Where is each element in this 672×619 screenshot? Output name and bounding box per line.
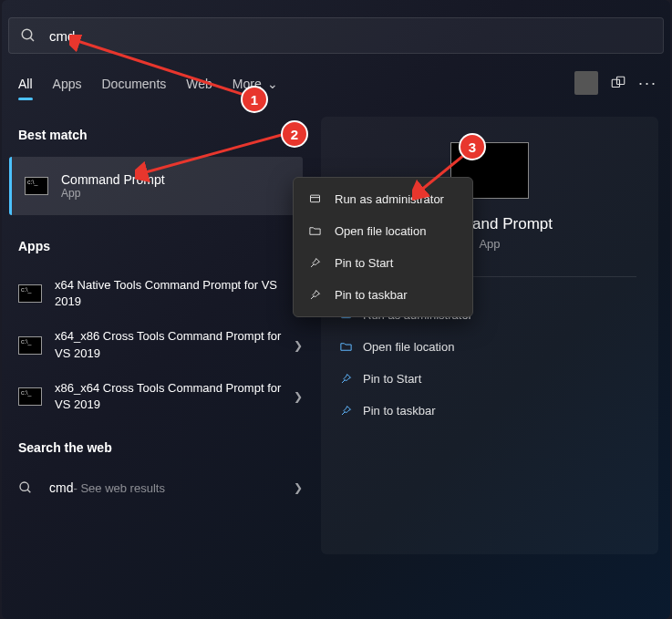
- best-match-subtitle: App: [61, 187, 165, 200]
- ctx-label: Open file location: [335, 224, 426, 238]
- web-result[interactable]: cmd - See web results ❯: [18, 469, 303, 506]
- app-result-1[interactable]: x64_x86 Cross Tools Command Prompt for V…: [18, 319, 303, 370]
- ctx-label: Run as administrator: [335, 192, 444, 206]
- chevron-right-icon: ❯: [294, 390, 303, 403]
- cmd-icon: [18, 336, 42, 355]
- action-label: Pin to Start: [363, 372, 421, 386]
- section-search-web: Search the web: [18, 440, 303, 455]
- annotation-badge-3: 3: [459, 133, 486, 160]
- annotation-badge-1: 1: [241, 86, 268, 113]
- action-label: Open file location: [363, 340, 454, 354]
- ctx-pin-start[interactable]: Pin to Start: [294, 247, 472, 279]
- web-result-query: cmd: [49, 480, 73, 495]
- tab-documents[interactable]: Documents: [101, 77, 166, 98]
- best-match-item[interactable]: Command Prompt App: [9, 157, 303, 215]
- cmd-icon: [25, 177, 48, 195]
- screen-snip-icon[interactable]: [609, 74, 627, 92]
- search-icon: [20, 27, 36, 44]
- cmd-icon: [18, 387, 42, 406]
- chevron-right-icon: ❯: [294, 339, 303, 352]
- svg-rect-2: [612, 79, 619, 87]
- chevron-right-icon: ❯: [294, 481, 303, 494]
- top-right-controls: ···: [574, 71, 657, 95]
- app-result-label: x86_x64 Cross Tools Command Prompt for V…: [55, 380, 294, 413]
- search-icon: [18, 480, 33, 495]
- shield-icon: [308, 192, 322, 206]
- folder-icon: [308, 224, 322, 238]
- pin-icon: [346, 404, 363, 418]
- user-avatar[interactable]: [574, 71, 598, 95]
- ctx-pin-taskbar[interactable]: Pin to taskbar: [294, 279, 472, 311]
- search-bar[interactable]: [8, 17, 664, 54]
- pin-icon: [346, 372, 363, 386]
- tab-web[interactable]: Web: [186, 77, 212, 98]
- chevron-down-icon: ⌄: [267, 77, 278, 91]
- cmd-icon: [18, 284, 42, 303]
- action-open-location[interactable]: Open file location: [346, 331, 633, 363]
- pin-icon: [308, 256, 322, 270]
- best-match-title: Command Prompt: [61, 172, 165, 187]
- tab-apps[interactable]: Apps: [53, 77, 82, 98]
- svg-line-1: [30, 37, 34, 41]
- tab-all[interactable]: All: [18, 77, 33, 98]
- filter-tabs: All Apps Documents Web More⌄: [18, 77, 654, 98]
- search-input[interactable]: [49, 28, 652, 44]
- section-best-match: Best match: [18, 128, 303, 142]
- ctx-open-location[interactable]: Open file location: [294, 215, 472, 247]
- ctx-run-admin[interactable]: Run as administrator: [294, 183, 472, 215]
- context-menu: Run as administrator Open file location …: [293, 177, 473, 317]
- svg-rect-8: [311, 195, 320, 202]
- svg-rect-3: [616, 77, 624, 84]
- svg-line-5: [27, 490, 30, 492]
- action-pin-start[interactable]: Pin to Start: [346, 363, 633, 395]
- action-label: Pin to taskbar: [363, 404, 436, 418]
- pin-icon: [308, 288, 322, 302]
- folder-icon: [346, 340, 363, 354]
- svg-point-4: [20, 482, 28, 490]
- start-menu-search: All Apps Documents Web More⌄ ··· Best ma…: [2, 0, 670, 619]
- ctx-label: Pin to Start: [335, 256, 393, 270]
- results-column: Best match Command Prompt App Apps x64 N…: [18, 128, 303, 506]
- app-result-label: x64 Native Tools Command Prompt for VS 2…: [55, 277, 294, 310]
- section-apps: Apps: [18, 239, 303, 253]
- app-result-0[interactable]: x64 Native Tools Command Prompt for VS 2…: [18, 268, 303, 319]
- app-result-2[interactable]: x86_x64 Cross Tools Command Prompt for V…: [18, 371, 303, 422]
- annotation-badge-2: 2: [281, 120, 308, 148]
- more-options-icon[interactable]: ···: [638, 74, 657, 93]
- web-result-suffix: - See web results: [73, 481, 164, 495]
- svg-point-0: [22, 29, 32, 39]
- ctx-label: Pin to taskbar: [335, 288, 408, 302]
- app-result-label: x64_x86 Cross Tools Command Prompt for V…: [55, 328, 294, 361]
- action-pin-taskbar[interactable]: Pin to taskbar: [346, 395, 633, 427]
